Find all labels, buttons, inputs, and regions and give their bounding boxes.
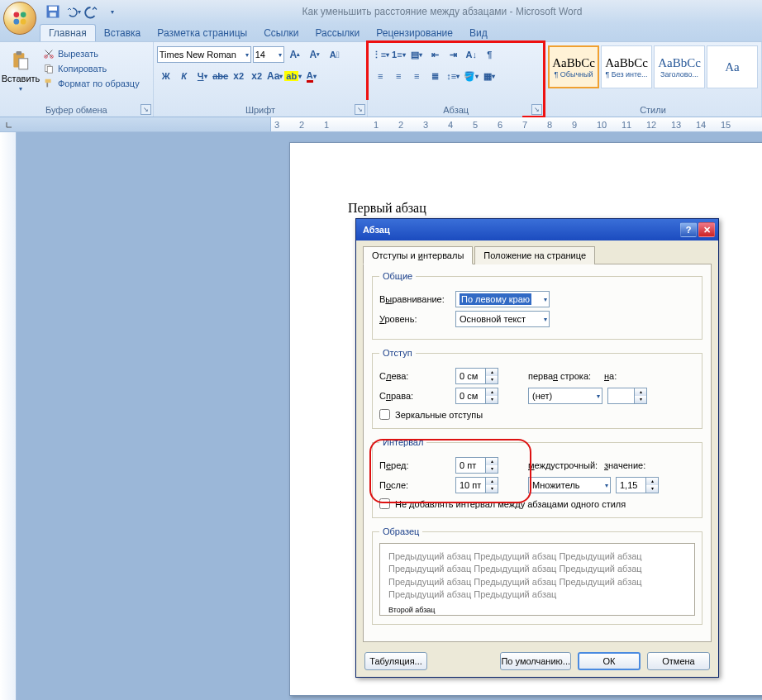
brush-icon	[43, 78, 55, 89]
indent-right-spinner[interactable]: 0 см▴▾	[455, 388, 498, 404]
numbering-button[interactable]: 1≡▾	[389, 45, 407, 64]
qat-undo[interactable]: ▾	[64, 3, 81, 20]
sort-button[interactable]: A↓	[462, 45, 480, 64]
clipboard-launcher[interactable]: ↘	[140, 104, 151, 115]
tab-stop-icon	[5, 121, 13, 129]
group-styles-label: Стили	[545, 103, 761, 117]
highlight-button[interactable]: ab▾	[284, 67, 302, 85]
increase-indent-button[interactable]: ⇥	[444, 45, 462, 64]
line-spacing-combo[interactable]: Множитель▾	[528, 477, 611, 493]
paste-button[interactable]: Вставить ▾	[3, 44, 38, 98]
tab-indents-spacing[interactable]: Отступы и интервалы	[363, 246, 473, 264]
no-space-same-style-checkbox[interactable]: Не добавлять интервал между абзацами одн…	[379, 498, 695, 509]
justify-button[interactable]: ≣	[426, 67, 444, 85]
font-color-button[interactable]: A▾	[302, 67, 321, 85]
line-at-label: значение:	[604, 460, 650, 470]
ok-button[interactable]: ОК	[578, 652, 641, 670]
dialog-titlebar[interactable]: Абзац ? ✕	[356, 219, 718, 240]
style-normal[interactable]: AaBbCc¶ Обычный	[548, 45, 599, 88]
svg-point-0	[14, 12, 20, 18]
decrease-indent-button[interactable]: ⇤	[426, 45, 444, 64]
space-before-spinner[interactable]: 0 пт▴▾	[455, 457, 498, 474]
align-right-button[interactable]: ≡	[407, 67, 426, 85]
outdent-icon: ⇤	[431, 50, 439, 60]
qat-redo[interactable]	[84, 3, 101, 20]
style-no-spacing[interactable]: AaBbCc¶ Без инте...	[601, 45, 652, 88]
tab-review[interactable]: Рецензирование	[368, 25, 461, 41]
indent-left-spinner[interactable]: 0 см▴▾	[455, 368, 498, 384]
special-indent-combo[interactable]: (нет)▾	[528, 388, 602, 404]
svg-rect-8	[17, 51, 21, 55]
space-after-spinner[interactable]: 10 пт▴▾	[455, 477, 498, 493]
font-family-combo[interactable]: Times New Roman▾	[157, 46, 251, 63]
style-heading1[interactable]: AaBbCcЗаголово...	[654, 45, 705, 88]
tab-selector[interactable]	[0, 117, 271, 131]
align-left-button[interactable]: ≡	[371, 67, 389, 85]
tab-line-breaks[interactable]: Положение на странице	[474, 246, 595, 264]
bullets-button[interactable]: ⋮≡▾	[371, 45, 389, 64]
outline-level-combo[interactable]: Основной текст▾	[455, 311, 550, 327]
font-size-combo[interactable]: 14▾	[253, 46, 284, 63]
paste-label: Вставить	[2, 74, 40, 83]
bold-button[interactable]: Ж	[157, 67, 175, 85]
tab-page-layout[interactable]: Разметка страницы	[149, 25, 255, 41]
group-paragraph-label: Абзац	[368, 103, 544, 117]
qat-customize[interactable]: ▾	[104, 3, 121, 20]
svg-rect-5	[49, 7, 57, 11]
svg-rect-9	[19, 58, 28, 69]
tab-insert[interactable]: Вставка	[96, 25, 150, 41]
bullets-icon: ⋮≡	[372, 50, 386, 60]
shrink-font-button[interactable]: A▾	[306, 45, 324, 64]
help-button[interactable]: ?	[680, 222, 697, 237]
office-logo-icon	[12, 10, 28, 26]
grow-font-button[interactable]: A▴	[286, 45, 304, 64]
strike-button[interactable]: abc	[212, 67, 230, 85]
tab-home[interactable]: Главная	[40, 24, 96, 41]
svg-point-1	[21, 12, 26, 18]
shading-button[interactable]: 🪣▾	[462, 67, 480, 85]
close-button[interactable]: ✕	[698, 222, 715, 237]
tabs-button[interactable]: Табуляция...	[364, 652, 427, 670]
change-case-button[interactable]: Aa▾	[266, 67, 284, 85]
vertical-ruler[interactable]	[0, 132, 17, 700]
italic-button[interactable]: К	[175, 67, 193, 85]
paragraph-dialog: Абзац ? ✕ Отступы и интервалы Положение …	[355, 218, 719, 678]
svg-rect-13	[47, 66, 52, 73]
office-button[interactable]	[3, 2, 36, 35]
dialog-button-row: Табуляция... По умолчанию... ОК Отмена	[356, 645, 718, 677]
mirror-indents-checkbox[interactable]: Зеркальные отступы	[379, 409, 695, 420]
tab-references[interactable]: Ссылки	[255, 25, 307, 41]
save-icon	[45, 3, 61, 20]
align-center-button[interactable]: ≡	[389, 67, 407, 85]
format-painter-button[interactable]: Формат по образцу	[41, 77, 141, 90]
tab-view[interactable]: Вид	[461, 25, 496, 41]
style-more[interactable]: Aa	[707, 45, 758, 88]
cut-button[interactable]: Вырезать	[41, 47, 141, 60]
subscript-button[interactable]: x2	[230, 67, 248, 85]
horizontal-ruler[interactable]: 321 123 456 789 101112 131415	[271, 117, 762, 131]
borders-button[interactable]: ▦▾	[480, 67, 498, 85]
special-by-spinner[interactable]: ▴▾	[607, 388, 647, 404]
fieldset-general: Общие Выравнивание: По левому краю▾ Уров…	[372, 271, 702, 340]
preview-box: Предыдущий абзац Предыдущий абзац Предыд…	[379, 543, 695, 616]
legend-general: Общие	[379, 271, 416, 281]
underline-button[interactable]: Ч▾	[193, 67, 212, 85]
qat-save[interactable]	[45, 3, 61, 20]
cancel-button[interactable]: Отмена	[647, 652, 710, 670]
superscript-button[interactable]: x2	[248, 67, 266, 85]
line-at-spinner[interactable]: 1,15▴▾	[616, 477, 659, 493]
default-button[interactable]: По умолчанию...	[500, 652, 571, 670]
font-launcher[interactable]: ↘	[355, 104, 365, 115]
align-right-icon: ≡	[414, 71, 419, 81]
tab-mailings[interactable]: Рассылки	[307, 25, 368, 41]
show-marks-button[interactable]: ¶	[480, 45, 498, 64]
line-spacing-button[interactable]: ↕≡▾	[444, 67, 462, 85]
svg-rect-14	[45, 79, 51, 83]
clear-formatting-button[interactable]: A⃠	[326, 45, 344, 64]
alignment-combo[interactable]: По левому краю▾	[455, 291, 550, 307]
multilevel-button[interactable]: ▤▾	[407, 45, 426, 64]
copy-button[interactable]: Копировать	[41, 62, 141, 75]
fieldset-preview: Образец Предыдущий абзац Предыдущий абза…	[372, 526, 702, 625]
help-icon: ?	[686, 225, 692, 235]
paragraph-launcher[interactable]: ↘	[531, 104, 542, 115]
